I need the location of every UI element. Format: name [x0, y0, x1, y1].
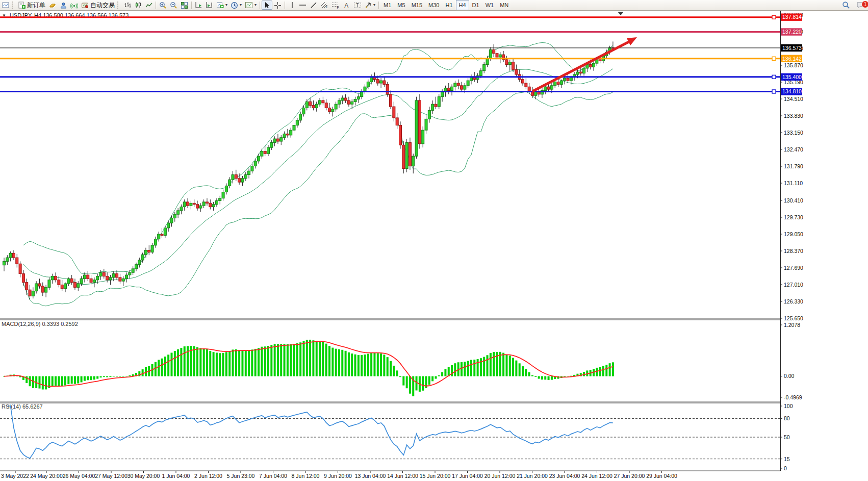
time-tick-label: 24 Jun 12:00: [581, 473, 612, 479]
bollinger-bands: [23, 43, 613, 306]
zoom-in-button[interactable]: [158, 1, 168, 10]
price-axis[interactable]: 137.910137.230136.550135.870135.190134.5…: [780, 12, 803, 471]
time-tick-label: 7 Jun 04:00: [259, 473, 287, 479]
crosshair-button[interactable]: [272, 1, 283, 10]
macd-histogram-bar: [461, 362, 463, 376]
price-tick-label: 133.150: [784, 130, 803, 136]
tab-timeframe-w1[interactable]: W1: [482, 0, 497, 10]
macd-histogram-bar: [519, 363, 521, 376]
text-label-button[interactable]: T: [352, 1, 363, 10]
time-tick-label: 8 Jun 12:00: [292, 473, 320, 479]
autotrading-button[interactable]: 自动交易: [80, 1, 116, 10]
chart-shift-marker[interactable]: [618, 12, 624, 15]
arrows-button[interactable]: ▾: [363, 1, 377, 10]
rsi-pane[interactable]: [0, 406, 780, 459]
price-tick-label: 135.870: [784, 62, 803, 68]
market-icon[interactable]: [47, 1, 58, 10]
equidistant-channel-button[interactable]: E: [319, 1, 330, 10]
chart-shift-button[interactable]: [204, 1, 215, 10]
macd-histogram-bar: [473, 360, 475, 376]
macd-signal-line: [4, 341, 613, 386]
macd-histogram-bar: [464, 362, 466, 376]
macd-pane[interactable]: [3, 340, 614, 396]
new-chart-button[interactable]: ▾: [215, 1, 229, 10]
rsi-line: [7, 406, 613, 458]
macd-histogram-bar: [177, 349, 179, 376]
vertical-line-button[interactable]: [287, 1, 297, 10]
macd-histogram-bar: [480, 358, 482, 376]
time-tick-label: 9 Jun 20:00: [324, 473, 352, 479]
time-tick-label: 15 Jun 20:00: [420, 473, 451, 479]
line-handle[interactable]: [772, 15, 776, 19]
zoom-out-button[interactable]: [168, 1, 179, 10]
macd-histogram-bar: [161, 359, 163, 376]
bars-chart-button[interactable]: [122, 1, 133, 10]
macd-tick-label: 1.2078: [784, 322, 800, 328]
line-handle[interactable]: [772, 57, 776, 60]
horizontal-line-button[interactable]: [297, 1, 308, 10]
macd-histogram-bar: [277, 344, 279, 376]
time-tick-label: 30 May 20:00: [127, 473, 160, 479]
autoscroll-button[interactable]: [193, 1, 204, 10]
search-icon[interactable]: [840, 1, 852, 10]
price-tick-label: 125.650: [784, 315, 803, 321]
line-handle[interactable]: [772, 75, 776, 79]
macd-histogram-bar: [605, 365, 607, 376]
notifications-button[interactable]: 1: [855, 1, 866, 10]
macd-histogram-bar: [364, 355, 366, 376]
macd-histogram-bar: [387, 357, 389, 376]
tab-timeframe-m5[interactable]: M5: [394, 0, 408, 10]
cursor-button[interactable]: [262, 1, 272, 10]
macd-histogram-bar: [96, 376, 98, 379]
macd-histogram-bar: [490, 353, 492, 376]
macd-histogram-bar: [67, 376, 69, 385]
tab-timeframe-mn[interactable]: MN: [497, 0, 512, 10]
tab-timeframe-m1[interactable]: M1: [380, 0, 394, 10]
tab-timeframe-d1[interactable]: D1: [469, 0, 482, 10]
macd-histogram-bar: [534, 376, 537, 377]
tab-timeframe-h1[interactable]: H1: [442, 0, 455, 10]
macd-histogram-bar: [341, 350, 343, 376]
time-tick-label: 24 May 20:00: [30, 473, 63, 479]
macd-histogram-bar: [267, 346, 269, 376]
macd-histogram-bar: [509, 356, 511, 376]
macd-histogram-bar: [287, 344, 289, 376]
macd-histogram-bar: [316, 341, 318, 376]
tab-timeframe-m30[interactable]: M30: [425, 0, 442, 10]
macd-histogram-bar: [383, 355, 385, 376]
text-button[interactable]: A: [341, 1, 352, 10]
tab-timeframe-m15[interactable]: M15: [409, 0, 425, 10]
community-icon[interactable]: [58, 1, 69, 10]
macd-histogram-bar: [138, 371, 140, 376]
fibonacci-button[interactable]: F: [330, 1, 341, 10]
macd-histogram-bar: [222, 353, 224, 376]
tile-windows-button[interactable]: [179, 1, 190, 10]
macd-histogram-bar: [87, 376, 89, 381]
line-handle[interactable]: [772, 90, 776, 93]
trendline-button[interactable]: [308, 1, 319, 10]
time-axis[interactable]: 3 May 202224 May 20:0026 May 04:0027 May…: [1, 471, 677, 479]
tab-timeframe-h4[interactable]: H4: [456, 0, 469, 10]
new-order-button[interactable]: 新订单: [16, 1, 47, 10]
macd-histogram-bar: [322, 342, 324, 376]
macd-histogram-bar: [370, 353, 372, 376]
time-tick-label: 13 Jun 04:00: [355, 473, 386, 479]
time-tick-label: 29 Jun 04:00: [646, 473, 677, 479]
macd-histogram-bar: [290, 344, 292, 376]
chart-window-icon[interactable]: [0, 1, 11, 10]
macd-histogram-bar: [125, 376, 127, 376]
candlestick-chart-button[interactable]: [133, 1, 143, 10]
signals-icon[interactable]: [69, 1, 80, 10]
macd-histogram-bar: [428, 376, 430, 385]
macd-histogram-bar: [109, 376, 111, 377]
main-price-pane[interactable]: [0, 15, 780, 306]
periods-button[interactable]: ▾: [229, 1, 243, 10]
toolbar-separator: [156, 2, 156, 9]
new-order-label: 新订单: [27, 1, 45, 10]
chart-canvas[interactable]: 137.910137.230136.550135.870135.190134.5…: [0, 0, 868, 481]
macd-histogram-bar: [609, 363, 611, 376]
svg-text:E: E: [326, 5, 328, 9]
macd-histogram-bar: [338, 349, 340, 376]
templates-button[interactable]: ▾: [243, 1, 258, 10]
line-chart-button[interactable]: [143, 1, 154, 10]
